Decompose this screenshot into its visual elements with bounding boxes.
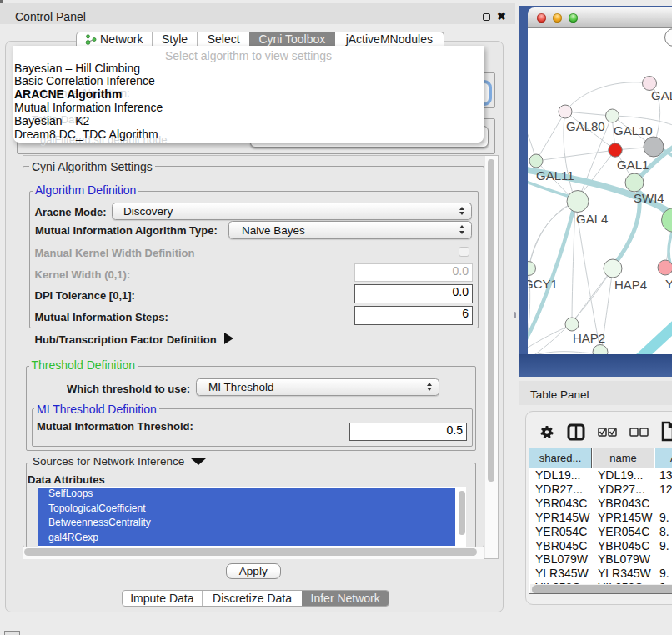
svg-text:HAP2: HAP2: [573, 331, 605, 345]
svg-text:GAL80: GAL80: [566, 119, 605, 133]
svg-text:Y: Y: [665, 277, 672, 291]
svg-text:SWI4: SWI4: [634, 191, 664, 205]
svg-text:GAL1: GAL1: [617, 158, 649, 172]
svg-text:GAL10: GAL10: [614, 123, 653, 138]
svg-text:HAP4: HAP4: [614, 278, 647, 292]
svg-text:GCY1: GCY1: [528, 277, 558, 291]
svg-text:GAL4: GAL4: [576, 212, 608, 226]
svg-text:GAL7: GAL7: [651, 88, 672, 102]
svg-text:GAL11: GAL11: [536, 168, 574, 182]
